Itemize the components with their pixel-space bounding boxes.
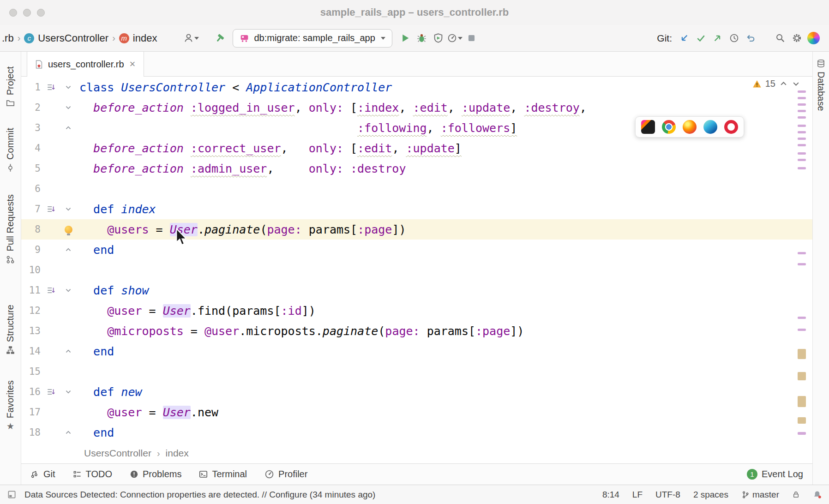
git-branch-widget[interactable]: master [741, 490, 779, 500]
code-text[interactable]: def show [76, 284, 149, 297]
line-number[interactable]: 13 [21, 325, 41, 336]
line-number[interactable]: 12 [21, 305, 41, 316]
close-window-button[interactable] [9, 9, 17, 17]
code-line[interactable]: 2 before_action :logged_in_user, only: [… [21, 97, 812, 118]
fold-marker-icon[interactable] [61, 388, 76, 396]
code-text[interactable]: def new [76, 385, 142, 399]
code-text[interactable]: class UsersController < ApplicationContr… [76, 81, 392, 94]
code-line[interactable]: 18 end [21, 422, 812, 443]
fold-marker-icon[interactable] [61, 84, 76, 91]
search-everywhere-button[interactable] [772, 30, 788, 47]
breadcrumb-method[interactable]: index [166, 448, 189, 459]
code-text[interactable]: before_action :admin_user, only: :destro… [76, 162, 406, 175]
line-number[interactable]: 17 [21, 407, 41, 418]
code-text[interactable]: end [76, 345, 114, 358]
line-number[interactable]: 16 [21, 386, 41, 397]
code-line[interactable]: 7 def index [21, 199, 812, 219]
fold-marker-icon[interactable] [61, 246, 76, 253]
line-ending[interactable]: LF [632, 490, 643, 500]
code-line[interactable]: 12 @user = User.find(params[:id]) [21, 300, 812, 321]
method-gutter-icon[interactable] [41, 205, 61, 213]
code-line[interactable]: 4 before_action :correct_user, only: [:e… [21, 138, 812, 158]
notifications-icon[interactable] [813, 490, 822, 499]
profiler-button[interactable] [447, 30, 463, 47]
code-text[interactable]: :following, :followers] [76, 121, 517, 135]
sidebar-item-database[interactable]: Database [816, 59, 826, 111]
git-history-button[interactable] [726, 30, 742, 47]
fold-marker-icon[interactable] [61, 348, 76, 355]
code-line[interactable]: 17 @user = User.new [21, 402, 812, 422]
line-number[interactable]: 7 [21, 204, 41, 215]
code-line[interactable]: 16 def new [21, 382, 812, 402]
line-number[interactable]: 11 [21, 285, 41, 296]
stop-button[interactable] [463, 30, 480, 47]
tool-button-profiler[interactable]: Profiler [264, 469, 307, 480]
chrome-icon[interactable] [662, 120, 676, 134]
line-number[interactable]: 2 [21, 102, 41, 113]
git-commit-button[interactable] [692, 30, 709, 47]
line-number[interactable]: 3 [21, 122, 41, 133]
caret-position[interactable]: 8:14 [602, 490, 619, 500]
code-line[interactable]: 14 end [21, 341, 812, 361]
code-text[interactable]: before_action :logged_in_user, only: [:i… [76, 101, 587, 114]
code-text[interactable]: @user = User.find(params[:id]) [76, 304, 316, 318]
code-line[interactable]: 10 [21, 260, 812, 280]
user-menu-button[interactable] [183, 30, 199, 47]
close-tab-icon[interactable]: × [129, 58, 137, 70]
error-stripe[interactable] [797, 77, 808, 443]
fold-marker-icon[interactable] [61, 124, 76, 132]
code-line[interactable]: 1class UsersController < ApplicationCont… [21, 77, 812, 97]
code-line[interactable]: 15 [21, 361, 812, 382]
tab-users-controller[interactable]: users_controller.rb × [27, 52, 144, 77]
line-number[interactable]: 5 [21, 163, 41, 174]
code-line[interactable]: 11 def show [21, 280, 812, 300]
code-text[interactable]: @microposts = @user.microposts.paginate(… [76, 324, 524, 338]
code-line[interactable]: 5 before_action :admin_user, only: :dest… [21, 158, 812, 179]
method-gutter-icon[interactable] [41, 286, 61, 294]
tool-button-todo[interactable]: TODO [73, 469, 112, 480]
tool-button-problems[interactable]: Problems [130, 469, 181, 480]
code-text[interactable]: end [76, 426, 114, 439]
breadcrumb-class[interactable]: UsersController [84, 448, 151, 459]
fold-marker-icon[interactable] [61, 104, 76, 111]
line-number[interactable]: 6 [21, 183, 41, 194]
run-configuration-select[interactable]: db:migrate: sample_rails_app [233, 29, 392, 48]
git-update-button[interactable] [676, 30, 692, 47]
fold-marker-icon[interactable] [61, 429, 76, 436]
code-text[interactable]: end [76, 243, 114, 257]
readonly-lock-icon[interactable] [792, 491, 800, 498]
code-editor[interactable]: 1class UsersController < ApplicationCont… [21, 77, 812, 443]
git-push-button[interactable] [709, 30, 726, 47]
sidebar-item-pull-requests[interactable]: Pull Requests [5, 194, 16, 264]
fold-marker-icon[interactable] [61, 287, 76, 294]
build-button[interactable] [211, 30, 228, 47]
code-line[interactable]: 6 [21, 179, 812, 199]
sidebar-item-favorites[interactable]: Favorites ★ [5, 380, 16, 431]
line-number[interactable]: 10 [21, 264, 41, 276]
zoom-window-button[interactable] [37, 9, 45, 17]
edge-icon[interactable] [703, 120, 717, 134]
line-number[interactable]: 15 [21, 366, 41, 377]
code-line[interactable]: 9 end [21, 240, 812, 260]
tool-button-event-log[interactable]: 1 Event Log [747, 469, 803, 480]
line-number[interactable]: 1 [21, 82, 41, 93]
settings-button[interactable] [788, 30, 805, 47]
breadcrumb-file[interactable]: .rb [2, 32, 14, 44]
minimize-window-button[interactable] [23, 9, 31, 17]
coverage-button[interactable] [430, 30, 447, 47]
git-rollback-button[interactable] [742, 30, 759, 47]
file-encoding[interactable]: UTF-8 [655, 490, 680, 500]
line-number[interactable]: 14 [21, 346, 41, 357]
debug-button[interactable] [414, 30, 430, 47]
tool-windows-toggle-icon[interactable] [7, 490, 16, 499]
line-number[interactable]: 4 [21, 143, 41, 154]
run-button[interactable] [397, 30, 414, 47]
indent-setting[interactable]: 2 spaces [693, 490, 728, 500]
intellij-browser-icon[interactable] [641, 120, 655, 134]
sidebar-item-commit[interactable]: Commit [5, 128, 16, 172]
firefox-icon[interactable] [683, 120, 697, 134]
sidebar-item-structure[interactable]: Structure [5, 305, 16, 354]
intention-bulb-icon[interactable] [65, 226, 72, 234]
code-text[interactable]: @user = User.new [76, 406, 218, 419]
tool-button-terminal[interactable]: Terminal [199, 469, 247, 480]
